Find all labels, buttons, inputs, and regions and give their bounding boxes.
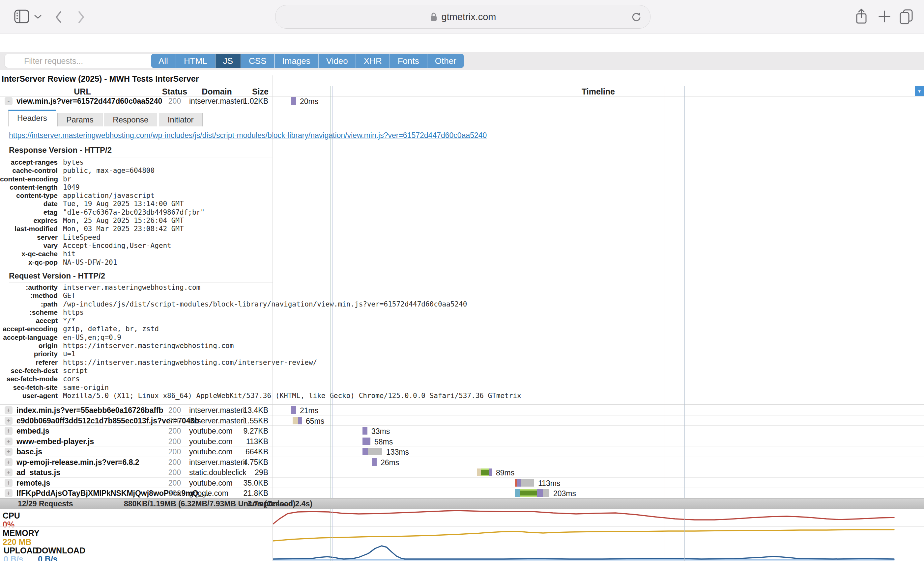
tab-fonts[interactable]: Fonts — [390, 54, 428, 68]
header-row: x-qc-popNA-US-DFW-201 — [0, 259, 890, 267]
header-row: content-length1049 — [0, 183, 890, 191]
summary-time: 3.7s (Onload 2.4s) — [248, 500, 312, 508]
header-value: hit — [63, 250, 75, 258]
request-row[interactable]: +e9d0b069a0ff3dd512c1d7b855ec013f.js?ver… — [0, 416, 924, 426]
request-row[interactable]: +remote.js200youtube.com35.0KB113ms — [0, 478, 924, 488]
upload-label: UPLOAD — [4, 546, 39, 555]
tab-headers[interactable]: Headers — [8, 110, 56, 126]
header-key: last-modified — [0, 225, 58, 233]
request-size: 13.4KB — [211, 406, 268, 415]
expand-row-button[interactable]: + — [4, 448, 12, 456]
header-value: https — [63, 308, 84, 316]
filter-requests-input[interactable] — [4, 54, 158, 68]
request-row[interactable]: +wp-emoji-release.min.js?ver=6.8.2200int… — [0, 457, 924, 468]
request-row[interactable]: +IfFKpPddAjsOTayBjXMIPkNSKMjQwj8woP0cx9m… — [0, 488, 924, 498]
sidebar-toggle-button[interactable] — [14, 9, 30, 24]
request-url: remote.js — [16, 479, 50, 488]
reload-button[interactable] — [630, 11, 642, 23]
tab-video[interactable]: Video — [319, 54, 356, 68]
column-size[interactable]: Size — [231, 87, 268, 96]
header-row: originhttps://intserver.masteringwebhost… — [0, 342, 890, 350]
expand-row-button[interactable]: + — [4, 427, 12, 435]
header-key: x-qc-pop — [0, 259, 58, 266]
expand-row-button[interactable]: + — [4, 438, 12, 446]
new-tab-button[interactable] — [877, 9, 892, 24]
tab-images[interactable]: Images — [275, 54, 319, 68]
request-full-url-link[interactable]: https://intserver.masteringwebhosting.co… — [9, 131, 487, 140]
header-value: same-origin — [63, 383, 109, 392]
timeline-segment-wait — [291, 406, 296, 414]
header-row: priorityu=1 — [0, 350, 890, 358]
sidebar-chevron-button[interactable] — [34, 14, 42, 20]
expand-row-button[interactable]: + — [4, 458, 12, 466]
tab-css[interactable]: CSS — [241, 54, 274, 68]
header-key: user-agent — [0, 392, 58, 400]
tab-all[interactable]: All — [151, 54, 176, 68]
timeline-duration: 89ms — [496, 468, 514, 477]
column-url[interactable]: URL — [18, 87, 147, 96]
header-row: varyAccept-Encoding,User-Agent — [0, 242, 890, 250]
request-row[interactable]: +ad_status.js200static.doubleclick.net29… — [0, 467, 924, 478]
tab-html[interactable]: HTML — [176, 54, 216, 68]
timeline-segment-tls — [520, 489, 537, 497]
tab-initiator[interactable]: Initiator — [159, 113, 202, 126]
timeline-segment-connect — [515, 489, 520, 497]
timeline-duration: 58ms — [374, 438, 393, 446]
tab-other[interactable]: Other — [428, 54, 464, 68]
tab-xhr[interactable]: XHR — [356, 54, 390, 68]
header-key: :path — [0, 300, 58, 308]
header-row: refererhttps://intserver.masteringwebhos… — [0, 359, 890, 367]
header-value: en-US,en;q=0.9 — [63, 334, 121, 341]
header-row: accept-rangesbytes — [0, 159, 890, 167]
request-row[interactable]: -view.min.js?ver=61572d447d60c0aa5240200… — [0, 96, 924, 107]
request-url: base.js — [16, 447, 42, 456]
header-value: https://intserver.masteringwebhosting.co… — [63, 342, 234, 350]
header-value: Mon, 25 Aug 2025 15:26:04 GMT — [63, 217, 184, 224]
header-row: :authorityintserver.masteringwebhosting.… — [0, 283, 890, 292]
expand-row-button[interactable]: + — [4, 479, 12, 487]
expand-row-button[interactable]: + — [4, 468, 12, 476]
header-row: :schemehttps — [0, 308, 890, 317]
tab-overview-button[interactable] — [898, 8, 915, 25]
header-key: vary — [0, 242, 58, 250]
header-value: br — [63, 175, 71, 183]
timeline-duration: 21ms — [300, 406, 318, 415]
request-row[interactable]: +index.min.js?ver=55aebb6e0a16726baffb20… — [0, 405, 924, 416]
header-key: x-qc-cache — [0, 250, 58, 258]
timeline-options-button[interactable]: ▾ — [915, 86, 924, 96]
request-row[interactable]: +www-embed-player.js200youtube.com113KB5… — [0, 436, 924, 447]
column-timeline[interactable]: Timeline — [273, 87, 924, 96]
gtmetrix-waterfall-page: gtmetrix.com — [0, 0, 924, 561]
timeline-segment-wait — [489, 468, 492, 476]
expand-row-button[interactable]: + — [4, 406, 12, 414]
header-key: server — [0, 233, 58, 241]
header-value: */* — [63, 317, 75, 325]
timeline-segment-receive — [521, 479, 534, 486]
tab-response[interactable]: Response — [104, 113, 157, 126]
header-key: etag — [0, 208, 58, 216]
header-key: referer — [0, 359, 58, 367]
back-button[interactable] — [54, 10, 63, 24]
timeline-bar — [363, 448, 382, 455]
address-bar[interactable]: gtmetrix.com — [275, 5, 651, 28]
expand-row-button[interactable]: + — [4, 489, 12, 497]
request-row[interactable]: +base.js200youtube.com664KB133ms — [0, 446, 924, 457]
memory-value: 220 MB — [3, 537, 32, 547]
expand-row-button[interactable]: - — [4, 97, 12, 105]
tab-js[interactable]: JS — [216, 54, 241, 68]
timeline-duration: 203ms — [553, 489, 576, 498]
request-status: 200 — [162, 416, 188, 425]
timeline-segment-receive — [543, 489, 549, 497]
forward-button[interactable] — [76, 10, 86, 24]
tab-params[interactable]: Params — [57, 113, 102, 126]
request-row[interactable]: +embed.js200youtube.com9.27KB33ms — [0, 426, 924, 436]
header-row: x-qc-cachehit — [0, 250, 890, 258]
header-value: gzip, deflate, br, zstd — [63, 325, 159, 333]
share-button[interactable] — [854, 8, 868, 25]
request-status: 200 — [162, 427, 188, 435]
resource-usage-charts — [273, 509, 924, 561]
request-status: 200 — [162, 468, 188, 477]
expand-row-button[interactable]: + — [4, 417, 12, 425]
header-key: content-length — [0, 183, 58, 191]
cpu-label: CPU — [3, 511, 20, 521]
